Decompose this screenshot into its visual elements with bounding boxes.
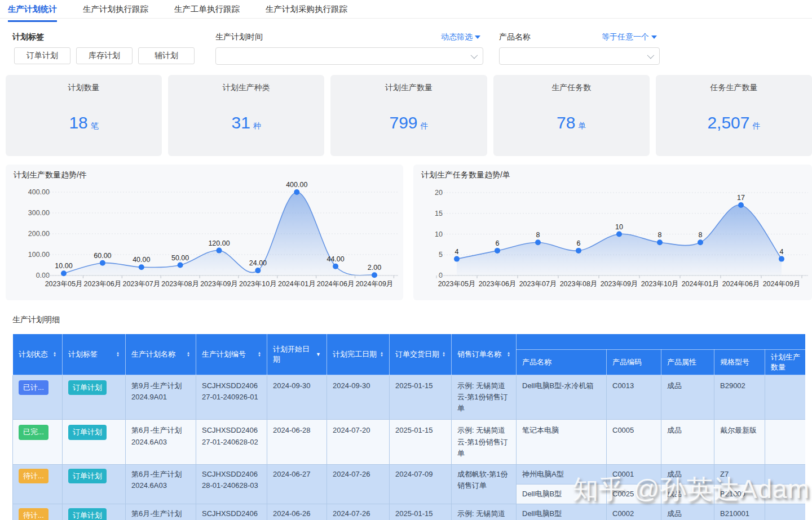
line-area-chart: 05101520468610881742023年05月2023年06月2023年… bbox=[413, 165, 812, 300]
area-fill bbox=[457, 205, 782, 275]
col-header-finish-date[interactable]: 计划完工日期 bbox=[327, 334, 390, 375]
point-label: 6 bbox=[577, 239, 581, 247]
chevron-down-icon bbox=[647, 52, 655, 59]
data-point[interactable] bbox=[698, 239, 703, 245]
table-section-title: 生产计划明细 bbox=[12, 315, 60, 325]
sort-desc-icon[interactable] bbox=[316, 352, 321, 357]
tab-plan-purchase-tracking[interactable]: 生产计划采购执行跟踪 bbox=[266, 0, 347, 22]
point-label: 10 bbox=[615, 223, 623, 231]
dynamic-filter-link[interactable]: 动态筛选 bbox=[441, 32, 480, 42]
data-point[interactable] bbox=[657, 239, 663, 245]
col-header-product-code[interactable]: 产品编码 bbox=[607, 350, 661, 375]
table-row[interactable]: 待计... 订单计划 第6月-生产计划 2024.6A03 SCJHXSDD24… bbox=[13, 464, 806, 484]
table-row[interactable]: 已完... 订单计划 第6月-生产计划 2024.6A03 SCJHXSDD24… bbox=[13, 420, 806, 464]
caret-down-icon bbox=[475, 35, 480, 39]
x-tick-label: 2023年07月 bbox=[122, 280, 160, 288]
sort-icon[interactable] bbox=[53, 352, 56, 357]
data-point[interactable] bbox=[333, 264, 338, 269]
data-point[interactable] bbox=[61, 270, 67, 276]
col-header-sales-order[interactable]: 销售订单名称 bbox=[452, 334, 517, 375]
data-point[interactable] bbox=[738, 202, 744, 208]
tab-production-plan-stats[interactable]: 生产计划统计 bbox=[8, 0, 57, 22]
data-point[interactable] bbox=[372, 272, 377, 278]
equals-any-link[interactable]: 等于任意一个 bbox=[602, 32, 657, 42]
data-point[interactable] bbox=[779, 256, 784, 262]
plan-time-select[interactable] bbox=[215, 47, 483, 65]
tag-button-stock-plan[interactable]: 库存计划 bbox=[76, 47, 133, 64]
col-header-plan-code[interactable]: 生产计划编号 bbox=[196, 334, 267, 375]
data-point[interactable] bbox=[255, 268, 261, 273]
col-header-start-date[interactable]: 计划开始日期 bbox=[267, 334, 327, 375]
sort-icon[interactable] bbox=[258, 352, 261, 357]
kpi-card-plan-types: 计划生产种类 31种 bbox=[168, 75, 324, 156]
data-point[interactable] bbox=[217, 248, 222, 254]
start-date-cell: 2024-06-26 bbox=[267, 504, 327, 520]
data-point[interactable] bbox=[294, 189, 299, 195]
delivery-date-cell: 2025-01-15 bbox=[390, 504, 452, 520]
col-header-delivery-date[interactable]: 订单交货日期 bbox=[390, 334, 452, 375]
y-tick-label: 300.00 bbox=[28, 209, 50, 217]
product-name-label: 产品名称 bbox=[499, 32, 531, 42]
sort-icon[interactable] bbox=[507, 352, 510, 357]
product-code-cell: C0025 bbox=[607, 484, 661, 504]
data-point[interactable] bbox=[139, 264, 144, 270]
x-tick-label: 2023年08月 bbox=[560, 280, 598, 288]
plan-code-cell: SCJHXSDD240627-01-240628-02 bbox=[196, 420, 267, 464]
x-tick-label: 2023年08月 bbox=[161, 280, 199, 288]
kpi-value: 18 bbox=[69, 113, 87, 132]
product-name-cell: Dell电脑B型 bbox=[517, 504, 607, 520]
sales-order-cell: 示例: 无锡简道云-第1份销售订单 bbox=[452, 504, 517, 520]
point-label: 8 bbox=[536, 231, 540, 239]
finish-date-cell: 2024-07-26 bbox=[327, 464, 390, 504]
data-point[interactable] bbox=[495, 248, 500, 254]
sales-order-cell: 示例: 无锡简道云-第1份销售订单 bbox=[452, 420, 517, 464]
data-point[interactable] bbox=[454, 256, 460, 262]
kpi-value: 31 bbox=[232, 113, 250, 132]
point-label: 40.00 bbox=[133, 256, 150, 264]
sort-icon[interactable] bbox=[380, 352, 383, 357]
x-tick-label: 2024年01月 bbox=[278, 280, 316, 288]
finish-date-cell: 2024-07-20 bbox=[327, 420, 390, 464]
data-point[interactable] bbox=[178, 263, 183, 268]
col-header-plan-name[interactable]: 生产计划名称 bbox=[126, 334, 196, 375]
sort-icon[interactable] bbox=[187, 352, 190, 357]
plan-qty-cell bbox=[765, 484, 806, 504]
plan-code-cell: SCJHXSDD240628-01-240628-03 bbox=[196, 464, 267, 504]
tab-plan-execution-tracking[interactable]: 生产计划执行跟踪 bbox=[83, 0, 148, 22]
data-point[interactable] bbox=[100, 260, 105, 266]
plan-code-cell: SCJHXSDD240627-01-240628-05 bbox=[196, 504, 267, 520]
product-attr-cell: 成品 bbox=[661, 484, 714, 504]
kpi-card-task-qty: 任务生产数量 2,507件 bbox=[656, 75, 812, 156]
col-header-plan-status[interactable]: 计划状态 bbox=[13, 334, 63, 375]
status-badge: 已完... bbox=[19, 425, 48, 439]
col-header-spec-model[interactable]: 规格型号 bbox=[714, 350, 765, 375]
chart-card-task-qty-trend: 计划生产任务数量趋势/单 05101520468610881742023年05月… bbox=[413, 165, 812, 300]
product-code-cell: C0002 bbox=[607, 504, 661, 520]
data-point[interactable] bbox=[576, 248, 581, 254]
point-label: 24.00 bbox=[249, 259, 267, 267]
start-date-cell: 2024-06-28 bbox=[267, 420, 327, 464]
col-header-product-name[interactable]: 产品名称 bbox=[517, 350, 607, 375]
point-label: 50.00 bbox=[171, 254, 189, 262]
table-row[interactable]: 待计... 订单计划 第6月-生产计划 2024.6A05 SCJHXSDD24… bbox=[13, 504, 806, 520]
table-row[interactable]: 已计... 订单计划 第9月-生产计划 2024.9A01 SCJHXSDD24… bbox=[13, 375, 806, 420]
col-header-plan-qty[interactable]: 计划生产数量 bbox=[765, 350, 806, 375]
sort-icon[interactable] bbox=[442, 352, 445, 357]
tag-button-aux-plan[interactable]: 辅计划 bbox=[138, 47, 195, 64]
tag-button-order-plan[interactable]: 订单计划 bbox=[14, 47, 70, 64]
kpi-title: 任务生产数量 bbox=[656, 75, 812, 93]
status-badge: 待计... bbox=[19, 508, 48, 520]
tab-workorder-execution-tracking[interactable]: 生产工单执行跟踪 bbox=[174, 0, 240, 22]
data-point[interactable] bbox=[535, 239, 541, 245]
product-name-select[interactable] bbox=[499, 47, 660, 65]
kpi-unit: 种 bbox=[253, 121, 261, 130]
col-header-product-attr[interactable]: 产品属性 bbox=[661, 350, 714, 375]
sort-icon[interactable] bbox=[116, 352, 120, 357]
plan-qty-cell bbox=[765, 504, 806, 520]
spec-model-cell: B210001 bbox=[714, 504, 765, 520]
point-label: 400.00 bbox=[286, 181, 307, 189]
spec-model-cell: 戴尔最新版 bbox=[714, 420, 765, 464]
col-header-plan-tag[interactable]: 计划标签 bbox=[63, 334, 126, 375]
data-point[interactable] bbox=[616, 232, 622, 237]
y-tick-label: 10 bbox=[435, 230, 443, 238]
